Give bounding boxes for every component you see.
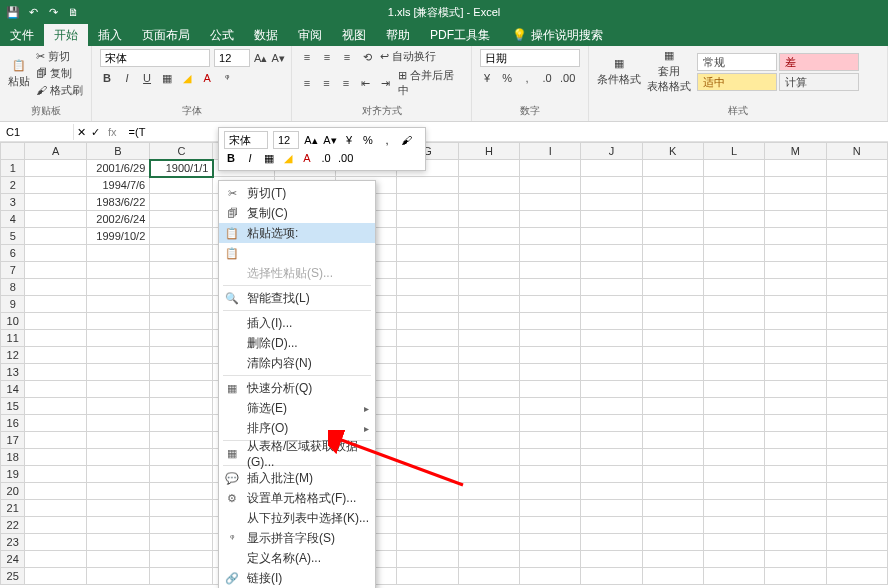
col-header[interactable]: I [520,143,581,160]
ctx-pick-dropdown[interactable]: 从下拉列表中选择(K)... [219,508,375,528]
mini-inc-font-icon[interactable]: A▴ [304,133,318,147]
row-header[interactable]: 3 [1,194,25,211]
align-middle-icon[interactable]: ≡ [320,50,334,64]
dec-decimal-icon[interactable]: .00 [560,71,574,85]
tell-me[interactable]: 💡 操作说明搜索 [500,24,603,46]
comma-icon[interactable]: , [520,71,534,85]
name-box[interactable]: C1 [0,124,74,140]
decrease-font-icon[interactable]: A▾ [271,51,284,65]
row-header[interactable]: 9 [1,296,25,313]
ctx-filter[interactable]: 筛选(E) [219,398,375,418]
col-header[interactable]: L [703,143,764,160]
cell[interactable]: 2001/6/29 [86,160,150,177]
ctx-format-cells[interactable]: ⚙设置单元格格式(F)... [219,488,375,508]
paste-button[interactable]: 📋 粘贴 [8,59,30,89]
col-header[interactable]: N [826,143,887,160]
row-header[interactable]: 1 [1,160,25,177]
row-header[interactable]: 7 [1,262,25,279]
mini-font-size[interactable] [273,131,299,149]
align-top-icon[interactable]: ≡ [300,50,314,64]
col-header[interactable]: M [765,143,826,160]
tab-formula[interactable]: 公式 [200,24,244,46]
row-header[interactable]: 14 [1,381,25,398]
ctx-get-data[interactable]: ▦从表格/区域获取数据(G)... [219,443,375,463]
underline-button[interactable]: U [140,71,154,85]
merge-button[interactable]: ⊞ 合并后居中 [398,68,463,98]
cut-button[interactable]: ✂ 剪切 [36,49,83,64]
row-header[interactable]: 21 [1,500,25,517]
conditional-format-button[interactable]: ▦ 条件格式 [597,57,641,87]
mini-inc-decimal-icon[interactable]: .0 [319,151,333,165]
indent-inc-icon[interactable]: ⇥ [378,76,392,90]
col-header[interactable]: B [86,143,150,160]
bold-button[interactable]: B [100,71,114,85]
row-header[interactable]: 12 [1,347,25,364]
row-header[interactable]: 25 [1,568,25,585]
mini-font-color-button[interactable]: A [300,151,314,165]
cell[interactable]: 1999/10/2 [86,228,150,245]
align-right-icon[interactable]: ≡ [339,76,353,90]
undo-icon[interactable]: ↶ [26,5,40,19]
mini-font-name[interactable] [224,131,268,149]
ctx-delete[interactable]: 删除(D)... [219,333,375,353]
mini-bold-button[interactable]: B [224,151,238,165]
ctx-link[interactable]: 🔗链接(I) [219,568,375,588]
tab-pdf[interactable]: PDF工具集 [420,24,500,46]
row-header[interactable]: 2 [1,177,25,194]
row-header[interactable]: 13 [1,364,25,381]
ctx-show-phonetic[interactable]: ᵠ显示拼音字段(S) [219,528,375,548]
percent-icon[interactable]: % [500,71,514,85]
tab-review[interactable]: 审阅 [288,24,332,46]
mini-dec-font-icon[interactable]: A▾ [323,133,337,147]
style-normal[interactable]: 常规 [697,53,777,71]
number-format-dropdown[interactable] [480,49,580,67]
tab-insert[interactable]: 插入 [88,24,132,46]
redo-icon[interactable]: ↷ [46,5,60,19]
cells-grid[interactable]: A B C D E F G H I J K L M N 12001/6/2919… [0,142,888,585]
ctx-cut[interactable]: ✂剪切(T) [219,183,375,203]
tab-view[interactable]: 视图 [332,24,376,46]
mini-percent-icon[interactable]: % [361,133,375,147]
italic-button[interactable]: I [120,71,134,85]
col-header[interactable]: C [150,143,213,160]
mini-dec-decimal-icon[interactable]: .00 [338,151,352,165]
ctx-define-name[interactable]: 定义名称(A)... [219,548,375,568]
enter-icon[interactable]: ✓ [88,125,102,139]
row-header[interactable]: 16 [1,415,25,432]
ctx-copy[interactable]: 🗐复制(C) [219,203,375,223]
row-header[interactable]: 10 [1,313,25,330]
col-header[interactable]: A [25,143,86,160]
row-header[interactable]: 8 [1,279,25,296]
cell[interactable]: 1994/7/6 [86,177,150,194]
row-header[interactable]: 19 [1,466,25,483]
col-header[interactable]: H [458,143,519,160]
style-bad[interactable]: 差 [779,53,859,71]
row-header[interactable]: 4 [1,211,25,228]
copy-button[interactable]: 🗐 复制 [36,66,83,81]
fx-icon[interactable]: fx [102,126,123,138]
row-header[interactable]: 22 [1,517,25,534]
currency-icon[interactable]: ¥ [480,71,494,85]
tab-file[interactable]: 文件 [0,24,44,46]
tab-data[interactable]: 数据 [244,24,288,46]
tab-layout[interactable]: 页面布局 [132,24,200,46]
mini-comma-icon[interactable]: , [380,133,394,147]
row-header[interactable]: 23 [1,534,25,551]
col-header[interactable]: J [581,143,642,160]
phonetic-button[interactable]: ᵠ [220,71,234,85]
table-format-button[interactable]: ▦ 套用 表格格式 [647,49,691,94]
cell[interactable]: 2002/6/24 [86,211,150,228]
align-bottom-icon[interactable]: ≡ [340,50,354,64]
select-all-corner[interactable] [1,143,25,160]
ctx-sort[interactable]: 排序(O) [219,418,375,438]
mini-currency-icon[interactable]: ¥ [342,133,356,147]
mini-fill-color-button[interactable]: ◢ [281,151,295,165]
row-header[interactable]: 20 [1,483,25,500]
tab-help[interactable]: 帮助 [376,24,420,46]
align-center-icon[interactable]: ≡ [320,76,334,90]
ctx-quick-analysis[interactable]: ▦快速分析(Q) [219,378,375,398]
style-good[interactable]: 适中 [697,73,777,91]
border-button[interactable]: ▦ [160,71,174,85]
orientation-icon[interactable]: ⟲ [360,50,374,64]
tab-home[interactable]: 开始 [44,24,88,46]
